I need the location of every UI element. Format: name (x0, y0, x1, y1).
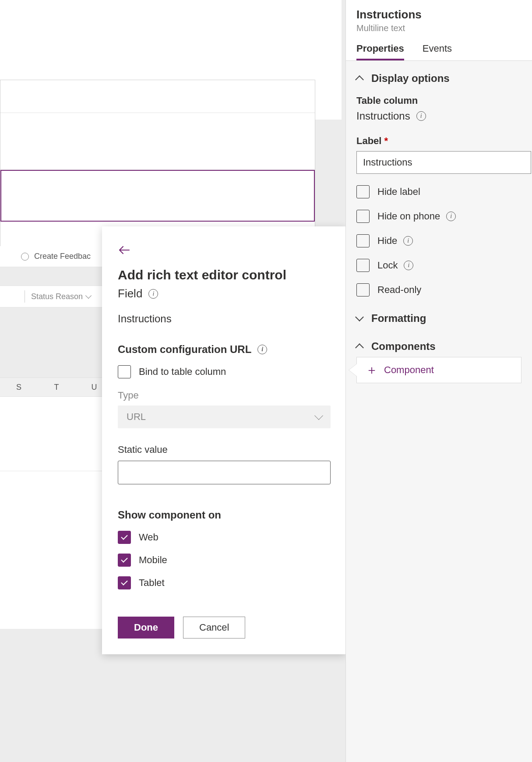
lock-text: Lock (377, 260, 398, 271)
static-value-input[interactable] (118, 461, 331, 484)
tablet-label: Tablet (139, 577, 165, 589)
display-options-toggle[interactable]: Display options (356, 72, 521, 85)
components-toggle[interactable]: Components (356, 340, 521, 353)
letter-t[interactable]: T (38, 383, 75, 392)
add-component-modal: Add rich text editor control Field i Ins… (102, 226, 346, 654)
status-reason-column[interactable]: Status Reason (31, 292, 83, 301)
readonly-checkbox[interactable] (356, 283, 370, 296)
chevron-up-icon (355, 75, 364, 84)
panel-subtitle: Multiline text (356, 23, 521, 33)
info-icon[interactable]: i (257, 345, 267, 354)
lock-checkbox[interactable] (356, 259, 370, 272)
back-arrow-icon (118, 245, 130, 255)
display-options-section: Display options Table column Instruction… (346, 61, 532, 301)
cancel-button[interactable]: Cancel (183, 617, 245, 639)
add-component-button[interactable]: ＋ Component (356, 357, 521, 383)
tab-events[interactable]: Events (423, 43, 452, 60)
hide-on-phone-checkbox[interactable] (356, 210, 370, 223)
tablet-checkbox[interactable] (118, 576, 131, 589)
form-row[interactable] (0, 113, 315, 170)
panel-title: Instructions (356, 8, 521, 21)
info-icon[interactable]: i (416, 111, 426, 121)
action-create-feedback[interactable]: Create Feedbac (34, 252, 91, 261)
chevron-up-icon (355, 343, 364, 352)
formatting-section: Formatting (346, 301, 532, 329)
back-button[interactable] (118, 244, 130, 256)
plus-icon: ＋ (366, 364, 378, 376)
web-checkbox[interactable] (118, 531, 131, 544)
check-icon (121, 556, 128, 563)
hide-checkbox[interactable] (356, 234, 370, 247)
modal-title: Add rich text editor control (118, 268, 331, 282)
static-value-label: Static value (118, 444, 331, 455)
hide-label-checkbox[interactable] (356, 185, 370, 198)
label-input[interactable]: Instructions (356, 151, 531, 174)
done-button[interactable]: Done (118, 617, 174, 639)
info-icon[interactable]: i (404, 261, 413, 270)
type-value: URL (127, 411, 146, 423)
chevron-down-icon (355, 313, 364, 321)
type-select[interactable]: URL (118, 406, 331, 428)
field-value: Instructions (118, 313, 331, 325)
web-label: Web (139, 532, 159, 543)
type-label: Type (118, 390, 331, 401)
check-icon (121, 579, 128, 586)
required-indicator: * (384, 135, 388, 146)
table-column-label: Table column (356, 95, 521, 106)
formatting-toggle[interactable]: Formatting (356, 312, 521, 325)
panel-header: Instructions Multiline text Properties E… (346, 0, 532, 61)
info-icon[interactable]: i (446, 212, 456, 221)
letter-s[interactable]: S (0, 383, 38, 392)
bind-to-column-checkbox[interactable] (118, 365, 131, 378)
show-component-on-label: Show component on (118, 509, 221, 521)
form-row[interactable] (0, 80, 315, 113)
field-label: Field (118, 287, 142, 300)
chevron-down-icon (314, 411, 323, 420)
form-row-selected[interactable] (0, 170, 315, 222)
config-url-label: Custom configuration URL (118, 343, 251, 356)
info-icon[interactable]: i (403, 236, 413, 246)
label-field-label: Label (356, 135, 381, 146)
hide-on-phone-text: Hide on phone (377, 211, 440, 222)
mobile-label: Mobile (139, 554, 167, 566)
bind-to-column-label: Bind to table column (139, 366, 226, 377)
check-icon (121, 533, 128, 540)
properties-panel: Instructions Multiline text Properties E… (345, 0, 532, 762)
table-column-value: Instructions (356, 110, 410, 122)
chevron-down-icon (85, 293, 92, 299)
readonly-text: Read-only (377, 284, 421, 296)
divider (25, 290, 25, 303)
form-canvas (0, 80, 315, 248)
hide-text: Hide (377, 235, 397, 247)
gear-icon (21, 253, 29, 261)
hide-label-text: Hide label (377, 186, 420, 198)
tab-properties[interactable]: Properties (356, 43, 404, 60)
components-section: Components ＋ Component (346, 329, 532, 388)
info-icon[interactable]: i (148, 289, 158, 299)
mobile-checkbox[interactable] (118, 554, 131, 567)
